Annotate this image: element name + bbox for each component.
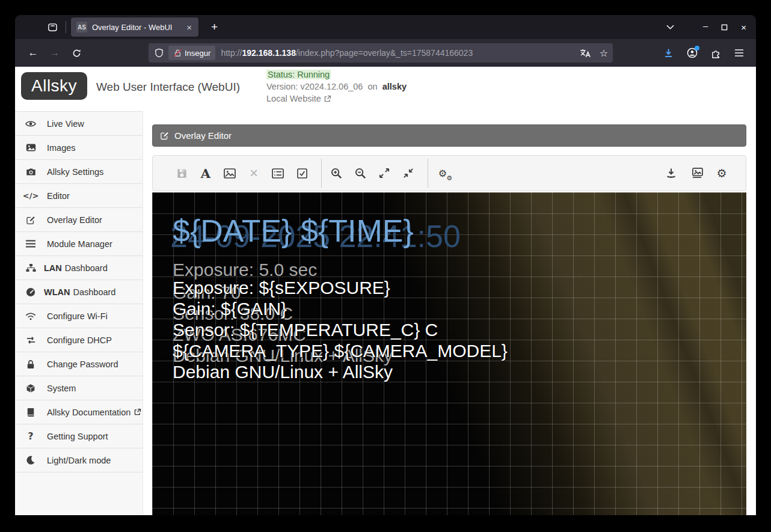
connection-security-chip[interactable]: Insegur (168, 46, 215, 60)
save-icon[interactable] (174, 166, 189, 180)
bookmark-star-icon[interactable]: ☆ (600, 47, 608, 59)
page-title: Web User Interface (WebUI) (96, 81, 240, 94)
wifi-icon (25, 312, 37, 320)
image-icon (25, 143, 37, 152)
window-close-button[interactable]: × (741, 22, 746, 32)
account-icon[interactable] (687, 47, 698, 58)
code-icon: </> (25, 191, 37, 200)
moon-icon (25, 456, 37, 465)
eye-icon (25, 120, 37, 128)
question-icon: ? (25, 430, 37, 442)
overlay-field[interactable]: Debian GNU/Linux + AllSky (173, 362, 393, 382)
navigation-toolbar: ← → Insegur http://192.168.1.138/index.p… (15, 39, 756, 67)
checkbox-icon[interactable] (295, 166, 309, 180)
sidebar-item-allsky-settings[interactable]: Allsky Settings (15, 160, 143, 184)
shield-icon[interactable] (155, 48, 164, 58)
lock-icon (25, 359, 37, 369)
overlay-canvas[interactable]: 24-09-2025 22:41:50 Exposure: 5.0 sec Ga… (152, 192, 746, 515)
sidebar-item-allsky-documentation[interactable]: Allsky Documentation (15, 400, 143, 424)
page-content: Allsky Web User Interface (WebUI) Status… (15, 67, 756, 515)
sidebar-item-overlay-editor[interactable]: Overlay Editor (15, 208, 143, 232)
tab-title: Overlay Editor - WebUI (92, 23, 185, 32)
list-tabs-chevron-icon[interactable] (666, 25, 674, 29)
browser-window: AS Overlay Editor - WebUI × + – × ← → (15, 15, 756, 515)
main-area: Overlay Editor A × ⚙⚙ (143, 111, 756, 515)
reload-button[interactable] (67, 44, 86, 61)
sidebar-item-live-view[interactable]: Live View (15, 112, 143, 136)
security-label: Insegur (185, 49, 210, 58)
back-button[interactable]: ← (23, 44, 43, 61)
url-bar[interactable]: Insegur http://192.168.1.138/index.php?p… (149, 43, 613, 63)
toolbar-separator (428, 159, 428, 188)
add-image-icon[interactable] (223, 166, 237, 180)
allsky-logo: Allsky (21, 72, 87, 100)
add-text-icon[interactable]: A (198, 166, 213, 180)
sidebar-item-editor[interactable]: </> Editor (15, 184, 143, 208)
sidebar-item-wlan-dashboard[interactable]: WLANDashboard (15, 280, 143, 304)
sidebar-item-configure-wifi[interactable]: Configure Wi-Fi (15, 304, 143, 328)
book-icon (25, 408, 37, 417)
sidebar-item-light-dark-mode[interactable]: Light/Dark mode (15, 448, 143, 472)
tab-close-icon[interactable]: × (185, 22, 194, 32)
external-link-icon (324, 95, 331, 103)
external-link-icon (134, 408, 141, 416)
account-notification-dot (695, 46, 699, 50)
overlay-field-datetime[interactable]: ${DATE} ${TIME} (173, 214, 414, 248)
tachometer-icon (25, 287, 37, 297)
bars-icon (25, 240, 37, 248)
rendered-line: Exposure: 5.0 sec (173, 260, 317, 280)
image-manager-icon[interactable] (689, 166, 704, 180)
url-text[interactable]: http://192.168.1.138/index.php?page=over… (221, 48, 574, 58)
sidebar-item-system[interactable]: System (15, 376, 143, 400)
status-badge: Status: Running (266, 70, 331, 79)
sidebar-item-getting-support[interactable]: ? Getting Support (15, 424, 143, 448)
firefox-view-icon[interactable] (45, 20, 60, 34)
sidebar-item-configure-dhcp[interactable]: Configure DHCP (15, 328, 143, 352)
overlay-field[interactable]: Sensor: ${TEMPERATURE_C} C (173, 320, 438, 340)
sidebar-item-module-manager[interactable]: Module Manager (15, 232, 143, 256)
lock-slash-icon (173, 49, 182, 57)
pencil-square-icon (25, 215, 37, 225)
overlay-field[interactable]: ${CAMERA_TYPE} ${CAMERA_MODEL} (173, 341, 508, 361)
local-website-link[interactable]: Local Website (266, 93, 331, 105)
settings-gear-icon[interactable]: ⚙ (714, 166, 729, 180)
forward-button[interactable]: → (45, 44, 64, 61)
sidebar-item-lan-dashboard[interactable]: LANDashboard (15, 256, 143, 280)
delete-field-icon[interactable]: × (247, 166, 261, 180)
overlay-field[interactable]: Gain: ${GAIN} (173, 299, 287, 319)
screen: AS Overlay Editor - WebUI × + – × ← → (0, 0, 771, 532)
cube-icon (25, 384, 37, 393)
sidebar-item-images[interactable]: Images (15, 136, 143, 160)
new-tab-button[interactable]: + (207, 20, 222, 34)
zoom-out-icon[interactable] (353, 166, 367, 180)
panel-header: Overlay Editor (152, 124, 746, 147)
field-list-icon[interactable] (271, 166, 285, 180)
hostname: allsky (382, 82, 407, 91)
tab-separator (66, 21, 66, 33)
toolbar-separator (321, 159, 322, 188)
translate-icon[interactable] (580, 49, 591, 58)
pencil-square-icon (160, 131, 169, 140)
zoom-in-icon[interactable] (329, 166, 343, 180)
sidebar: Live View Images Allsky Settings </> Edi… (15, 111, 143, 515)
menu-hamburger-icon[interactable] (734, 49, 744, 57)
panel-title: Overlay Editor (174, 130, 232, 141)
expand-icon[interactable] (377, 166, 392, 180)
site-favicon: AS (76, 22, 87, 32)
page-header: Allsky Web User Interface (WebUI) Status… (15, 67, 756, 111)
compress-icon[interactable] (401, 166, 416, 180)
overlay-editor-toolbar: A × ⚙⚙ ⚙ (152, 155, 746, 191)
sidebar-item-change-password[interactable]: Change Password (15, 352, 143, 376)
window-maximize-button[interactable] (721, 24, 728, 31)
active-tab[interactable]: AS Overlay Editor - WebUI × (71, 17, 198, 37)
camera-icon (25, 167, 37, 176)
extensions-puzzle-icon[interactable] (711, 48, 721, 58)
window-minimize-button[interactable]: – (703, 20, 708, 31)
downloads-icon[interactable] (663, 48, 674, 58)
download-overlay-icon[interactable] (664, 166, 678, 180)
tab-bar: AS Overlay Editor - WebUI × + – × (15, 15, 756, 39)
overlay-field[interactable]: Exposure: ${sEXPOSURE} (173, 278, 390, 298)
options-cogs-icon[interactable]: ⚙⚙ (435, 166, 450, 180)
sitemap-icon (25, 263, 37, 272)
version-text: Version: v2024.12.06_06 (266, 82, 363, 91)
